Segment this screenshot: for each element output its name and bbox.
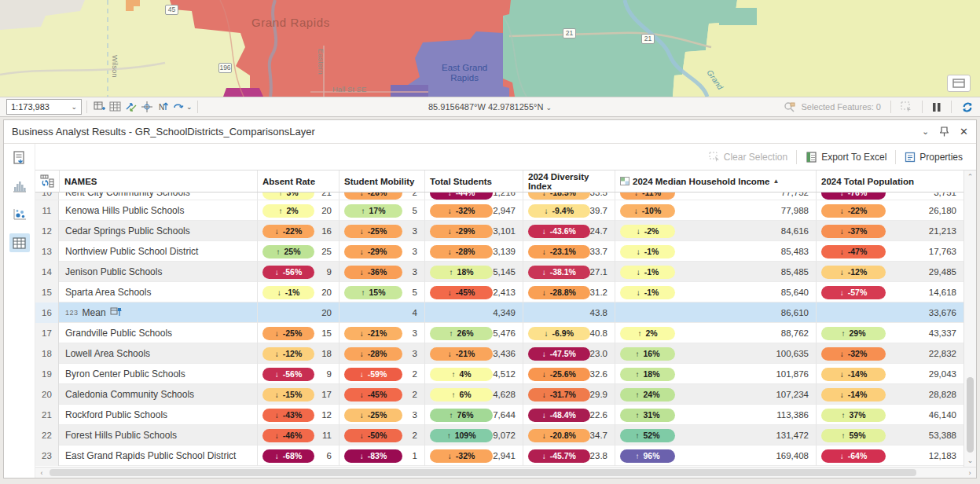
metric-cell[interactable]: ↓-68%6 <box>257 446 339 466</box>
select-box-icon[interactable] <box>901 101 912 112</box>
metric-cell[interactable]: ↓-21%3 <box>339 323 424 343</box>
metric-cell[interactable]: ↓-47%17,763 <box>816 241 963 262</box>
row-number[interactable]: 16 <box>35 302 59 323</box>
metric-cell[interactable]: ↑109%9,072 <box>424 425 523 446</box>
metric-cell[interactable]: ↑15%5 <box>339 282 424 302</box>
metric-cell[interactable]: ↓-26%2 <box>339 192 424 200</box>
metric-cell[interactable]: ↑2%20 <box>257 200 339 221</box>
column-header-names[interactable]: NAMES <box>59 170 257 192</box>
metric-cell[interactable]: ↓-25.6%32.6 <box>523 364 615 384</box>
metric-cell[interactable]: ↑76%7,644 <box>424 405 523 425</box>
sidebar-scatter-plot-view[interactable] <box>9 205 30 224</box>
row-number[interactable]: 21 <box>35 405 59 425</box>
column-header-absent-rate[interactable]: Absent Rate <box>257 170 339 192</box>
metric-cell[interactable]: ↑25%25 <box>257 241 339 262</box>
metric-cell[interactable]: 86,610 <box>615 302 816 323</box>
metric-cell[interactable]: ↓-43.6%24.7 <box>523 221 615 241</box>
metric-cell[interactable]: ↓-20.8%34.7 <box>523 425 615 446</box>
district-name-cell[interactable]: Forest Hills Public Schools <box>59 425 257 446</box>
metric-cell[interactable]: ↓-11%77,752 <box>615 192 816 200</box>
panel-menu-chevron-icon[interactable]: ⌄ <box>922 126 929 137</box>
table-row[interactable]: 12Cedar Springs Public Schools↓-22%16↓-2… <box>35 221 963 241</box>
metric-cell[interactable]: ↑59%53,388 <box>816 425 963 446</box>
district-name-cell[interactable]: Grandville Public Schools <box>59 323 257 343</box>
metric-cell[interactable]: ↓-43%12 <box>257 405 339 425</box>
metric-cell[interactable]: ↓-57%14,618 <box>816 282 963 302</box>
row-number[interactable]: 19 <box>35 364 59 384</box>
row-number[interactable]: 23 <box>35 446 59 466</box>
metric-cell[interactable]: ↑26%5,476 <box>424 323 523 343</box>
metric-cell[interactable]: ↑24%107,234 <box>615 384 816 405</box>
row-number[interactable]: 10 <box>35 192 59 200</box>
table-row[interactable]: 13Northview Public School District↑25%25… <box>35 241 963 262</box>
metric-cell[interactable]: ↑3%21 <box>257 192 339 200</box>
metric-cell[interactable]: ↑16%100,635 <box>615 343 816 364</box>
district-name-cell[interactable]: Northview Public School District <box>59 241 257 262</box>
metric-cell[interactable]: ↓-12%29,485 <box>816 262 963 282</box>
metric-cell[interactable]: ↓-1%85,485 <box>615 262 816 282</box>
table-row[interactable]: 20Caledonia Community Schools↓-15%17↓-45… <box>35 384 963 405</box>
vertical-scroll-thumb[interactable] <box>967 377 974 453</box>
district-name-cell[interactable]: Sparta Area Schools <box>59 282 257 302</box>
map-overview-button[interactable] <box>947 75 971 92</box>
metric-cell[interactable]: ↑18%5,145 <box>424 262 523 282</box>
table-row[interactable]: 10Kent City Community Schools↑3%21↓-26%2… <box>35 192 963 200</box>
switch-selection-tool[interactable] <box>123 99 139 115</box>
north-arrow-tool[interactable]: N <box>155 99 171 115</box>
row-number[interactable]: 18 <box>35 343 59 364</box>
properties-button[interactable]: Properties <box>899 149 968 165</box>
metric-cell[interactable]: ↓-25%3 <box>339 405 424 425</box>
metric-cell[interactable]: 4,349 <box>424 302 523 323</box>
metric-cell[interactable]: ↓-6.9%40.8 <box>523 323 615 343</box>
sidebar-infographics-view[interactable] <box>9 148 30 167</box>
metric-cell[interactable]: ↓-45%2,413 <box>424 282 523 302</box>
table-row[interactable]: 18Lowell Area Schools↓-12%18↓-28%3↓-21%3… <box>35 343 963 364</box>
district-name-cell[interactable]: East Grand Rapids Public School District <box>59 446 257 466</box>
table-row[interactable]: 16123Mean2044,34943.886,61033,676 <box>35 302 963 323</box>
metric-cell[interactable]: ↓-31.7%29.9 <box>523 384 615 405</box>
metric-cell[interactable]: ↓-76%3,751 <box>816 192 963 200</box>
metric-cell[interactable]: ↓-15%17 <box>257 384 339 405</box>
horizontal-scroll-thumb[interactable] <box>50 469 916 476</box>
metric-cell[interactable]: ↓-59%2 <box>339 364 424 384</box>
metric-cell[interactable]: ↓-37%21,213 <box>816 221 963 241</box>
metric-cell[interactable]: ↓-1%85,640 <box>615 282 816 302</box>
row-number[interactable]: 14 <box>35 262 59 282</box>
metric-cell[interactable]: ↓-18.5%33.5 <box>523 192 615 200</box>
metric-cell[interactable]: ↓-14%29,043 <box>816 364 963 384</box>
export-to-excel-button[interactable]: Export To Excel <box>800 149 892 165</box>
scroll-down-arrow[interactable]: ⌄ <box>964 454 976 467</box>
district-name-cell[interactable]: Caledonia Community Schools <box>59 384 257 405</box>
table-row[interactable]: 14Jenison Public Schools↓-56%9↓-36%3↑18%… <box>35 262 963 282</box>
column-header-median-household-income[interactable]: 2024 Median Household Income ▲ <box>615 170 816 192</box>
table-row[interactable]: 23East Grand Rapids Public School Distri… <box>35 446 963 466</box>
metric-cell[interactable]: ↓-25%3 <box>339 221 424 241</box>
metric-cell[interactable]: ↓-38.1%27.1 <box>523 262 615 282</box>
metric-cell[interactable]: ↑18%101,876 <box>615 364 816 384</box>
row-number[interactable]: 15 <box>35 282 59 302</box>
metric-cell[interactable]: ↓-21%3,436 <box>424 343 523 364</box>
district-name-cell[interactable]: Cedar Springs Public Schools <box>59 221 257 241</box>
metric-cell[interactable]: ↓-28.8%31.2 <box>523 282 615 302</box>
pause-icon[interactable] <box>932 102 941 112</box>
district-name-cell[interactable]: Lowell Area Schools <box>59 343 257 364</box>
metric-cell[interactable]: 43.8 <box>523 302 615 323</box>
table-row[interactable]: 22Forest Hills Public Schools↓-46%11↓-50… <box>35 425 963 446</box>
sidebar-histogram-view[interactable] <box>9 177 30 196</box>
metric-cell[interactable]: ↓-56%9 <box>257 364 339 384</box>
scroll-right-arrow[interactable]: › <box>963 469 976 477</box>
metric-cell[interactable]: ↓-32%2,941 <box>424 446 523 466</box>
metric-cell[interactable]: ↓-22%16 <box>257 221 339 241</box>
metric-cell[interactable]: ↑4%4,512 <box>424 364 523 384</box>
metric-cell[interactable]: ↓-22%26,180 <box>816 200 963 221</box>
metric-cell[interactable]: ↓-48.4%22.6 <box>523 405 615 425</box>
metric-cell[interactable]: ↑31%113,386 <box>615 405 816 425</box>
tools-dropdown-chevron[interactable]: ⌄ <box>186 103 193 111</box>
metric-cell[interactable]: ↑52%131,472 <box>615 425 816 446</box>
metric-cell[interactable]: ↓-1%20 <box>257 282 339 302</box>
metric-cell[interactable]: ↓-28%3,139 <box>424 241 523 262</box>
pin-icon[interactable] <box>940 126 949 137</box>
metric-cell[interactable]: ↓-50%2 <box>339 425 424 446</box>
table-row[interactable]: 19Byron Center Public Schools↓-56%9↓-59%… <box>35 364 963 384</box>
table-row[interactable]: 15Sparta Area Schools↓-1%20↑15%5↓-45%2,4… <box>35 282 963 302</box>
